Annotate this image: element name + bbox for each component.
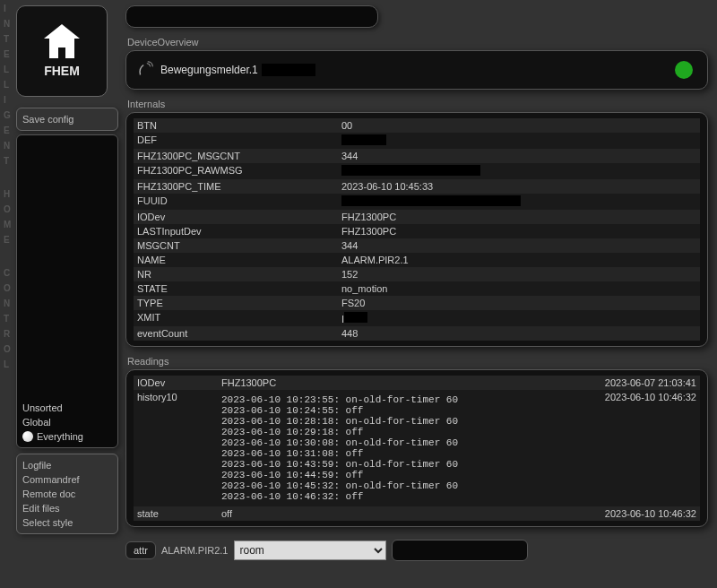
internals-value: ALARM.PIR2.1	[338, 253, 700, 267]
internals-value	[338, 133, 700, 149]
command-input[interactable]	[125, 5, 378, 28]
table-row: history102023-06-10 10:23:55: on-old-for…	[134, 390, 700, 506]
link-remote-doc[interactable]: Remote doc	[22, 487, 112, 501]
internals-key: STATE	[134, 281, 338, 296]
internals-value: 344	[338, 149, 700, 163]
internals-value: FHZ1300PC	[338, 224, 700, 238]
table-row: eventCount448	[134, 326, 700, 341]
readings-value: 2023-06-10 10:23:55: on-old-for-timer 60…	[218, 390, 567, 506]
sidebar-item-everything[interactable]: Everything	[22, 429, 112, 444]
table-row: DEF	[134, 133, 700, 149]
attr-value-input[interactable]	[392, 540, 528, 561]
state-indicator-icon	[675, 61, 693, 79]
sidebar-item-global[interactable]: Global	[22, 415, 112, 429]
table-row: NR152	[134, 267, 700, 281]
internals-key: FUUID	[134, 194, 338, 210]
readings-panel: IODevFHZ1300PC2023-06-07 21:03:41history…	[125, 369, 708, 527]
internals-title: Internals	[127, 99, 708, 109]
link-logfile[interactable]: Logfile	[22, 458, 112, 472]
internals-key: XMIT	[134, 310, 338, 326]
table-row: FHZ1300PC_TIME2023-06-10 10:45:33	[134, 179, 700, 194]
attr-device-name: ALARM.PIR2.1	[161, 545, 229, 556]
attr-select[interactable]: room	[234, 540, 386, 560]
internals-key: DEF	[134, 133, 338, 149]
attr-button[interactable]: attr	[125, 541, 156, 559]
table-row: FHZ1300PC_RAWMSG	[134, 163, 700, 179]
link-commandref[interactable]: Commandref	[22, 472, 112, 487]
table-row: BTN00	[134, 118, 700, 133]
readings-key: IODev	[134, 376, 218, 390]
link-edit-files[interactable]: Edit files	[22, 501, 112, 515]
internals-value: 2023-06-10 10:45:33	[338, 179, 700, 194]
table-row: FUUID	[134, 194, 700, 210]
save-config-box: Save config	[16, 108, 118, 131]
table-row: XMITI	[134, 310, 700, 326]
table-row: LASTInputDevFHZ1300PC	[134, 224, 700, 238]
device-overview-panel: Bewegungsmelder.1	[125, 50, 708, 90]
readings-table: IODevFHZ1300PC2023-06-07 21:03:41history…	[134, 376, 700, 521]
internals-value	[338, 194, 700, 210]
internals-key: eventCount	[134, 326, 338, 341]
attr-row: attr ALARM.PIR2.1 room	[125, 540, 708, 561]
house-icon	[44, 24, 80, 60]
internals-value: FHZ1300PC	[338, 210, 700, 224]
readings-timestamp: 2023-06-10 10:46:32	[567, 390, 700, 506]
table-row: NAMEALARM.PIR2.1	[134, 253, 700, 267]
readings-title: Readings	[127, 356, 708, 367]
internals-key: LASTInputDev	[134, 224, 338, 238]
device-name-link[interactable]: Bewegungsmelder.1	[160, 64, 258, 76]
internals-value: no_motion	[338, 281, 700, 296]
table-row: TYPEFS20	[134, 296, 700, 310]
internals-key: MSGCNT	[134, 238, 338, 253]
readings-timestamp: 2023-06-10 10:46:32	[567, 506, 700, 521]
save-config-link[interactable]: Save config	[22, 112, 112, 126]
table-row: MSGCNT344	[134, 238, 700, 253]
internals-value: 00	[338, 118, 700, 133]
motion-sensor-icon	[135, 60, 155, 80]
readings-value: off	[218, 506, 567, 521]
device-overview-title: DeviceOverview	[127, 37, 708, 48]
table-row: STATEno_motion	[134, 281, 700, 296]
readings-value: FHZ1300PC	[218, 376, 567, 390]
sidebar-item-unsorted[interactable]: Unsorted	[22, 401, 112, 415]
internals-panel: BTN00DEFFHZ1300PC_MSGCNT344FHZ1300PC_RAW…	[125, 112, 708, 347]
readings-key: history10	[134, 390, 218, 506]
internals-key: FHZ1300PC_MSGCNT	[134, 149, 338, 163]
table-row: FHZ1300PC_MSGCNT344	[134, 149, 700, 163]
internals-key: NAME	[134, 253, 338, 267]
globe-icon	[22, 431, 33, 442]
internals-value	[338, 163, 700, 179]
link-box: LogfileCommandrefRemote docEdit filesSel…	[16, 454, 118, 534]
internals-key: IODev	[134, 210, 338, 224]
internals-table: BTN00DEFFHZ1300PC_MSGCNT344FHZ1300PC_RAW…	[134, 118, 700, 341]
table-row: IODevFHZ1300PC	[134, 210, 700, 224]
internals-key: BTN	[134, 118, 338, 133]
table-row: stateoff2023-06-10 10:46:32	[134, 506, 700, 521]
internals-value: 152	[338, 267, 700, 281]
readings-key: state	[134, 506, 218, 521]
side-vertical-label: INTELLIGENTHOMECONTROL	[0, 4, 13, 375]
internals-key: FHZ1300PC_TIME	[134, 179, 338, 194]
device-name-redacted	[262, 64, 315, 76]
internals-key: FHZ1300PC_RAWMSG	[134, 163, 338, 179]
room-list: UnsortedGlobalEverything	[16, 134, 118, 448]
internals-key: TYPE	[134, 296, 338, 310]
internals-value: I	[338, 310, 700, 326]
internals-value: 448	[338, 326, 700, 341]
logo[interactable]: FHEM	[16, 5, 108, 97]
internals-value: FS20	[338, 296, 700, 310]
link-select-style[interactable]: Select style	[22, 515, 112, 530]
internals-value: 344	[338, 238, 700, 253]
readings-timestamp: 2023-06-07 21:03:41	[567, 376, 700, 390]
logo-text: FHEM	[44, 64, 80, 78]
table-row: IODevFHZ1300PC2023-06-07 21:03:41	[134, 376, 700, 390]
internals-key: NR	[134, 267, 338, 281]
